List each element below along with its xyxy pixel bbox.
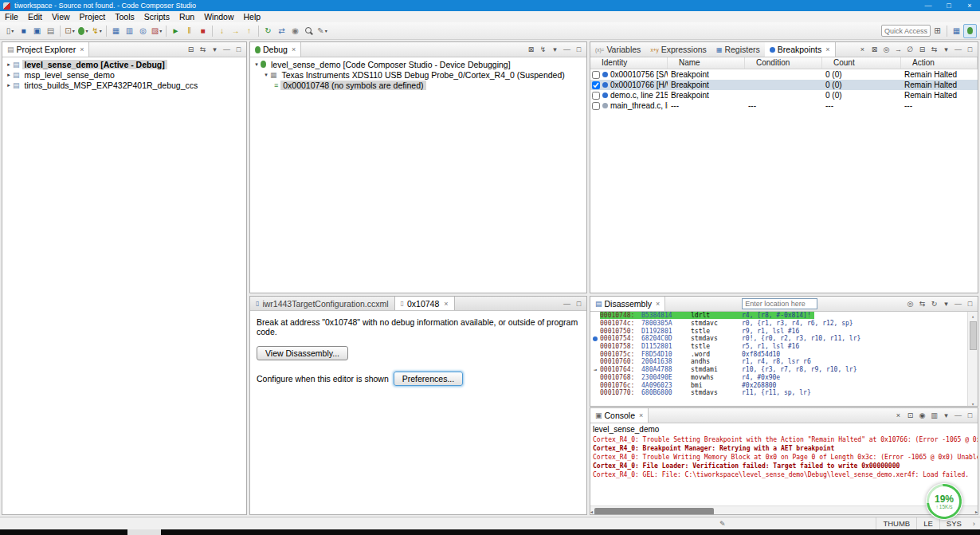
close-icon[interactable]: × <box>292 45 296 53</box>
taskbar-app-segment[interactable] <box>127 529 161 535</box>
project-item-msp-level-sense-demo[interactable]: ▸ ▤ msp_level_sense_demo <box>2 69 246 80</box>
step-over-icon[interactable]: → <box>229 24 242 38</box>
suspend-icon[interactable]: ‖ <box>182 24 196 38</box>
maximize-view-icon[interactable]: □ <box>573 298 585 309</box>
link-icon[interactable]: ⇆ <box>928 44 940 55</box>
tab-console[interactable]: ▣ Console × <box>590 408 649 423</box>
edit-perspective-icon[interactable]: ▦ <box>950 24 963 38</box>
menu-run[interactable]: Run <box>174 11 199 22</box>
resume-icon[interactable]: ► <box>169 24 182 38</box>
project-item-tirtos-builds[interactable]: ▸ ▤ tirtos_builds_MSP_EXP432P401R_debug_… <box>2 80 246 90</box>
debug-icon[interactable]: ▾ <box>76 24 90 38</box>
close-button[interactable]: × <box>959 0 980 11</box>
close-icon[interactable]: × <box>656 300 660 308</box>
debug-node-core[interactable]: ▾ ▦ Texas Instruments XDS110 USB Debug P… <box>250 69 586 80</box>
console-menu-icon[interactable]: ▾ <box>940 410 952 421</box>
column-identity[interactable]: Identity <box>590 57 668 69</box>
flash-icon[interactable]: ↯▾ <box>90 24 104 38</box>
step-into-icon[interactable]: ↓ <box>215 24 229 38</box>
location-input[interactable] <box>742 298 817 309</box>
quick-access-input[interactable] <box>881 25 931 37</box>
minimize-view-icon[interactable]: — <box>221 44 233 55</box>
view-menu-icon[interactable]: ▾ <box>940 44 952 55</box>
disassembly-line[interactable]: 00010770: 680B6800 stmdavs r11, {r11, sp… <box>590 389 978 397</box>
disassembly-line[interactable]: 0001075c: F8D54D10 .word 0xf8d54d10 <box>590 350 978 358</box>
menu-edit[interactable]: Edit <box>23 11 47 22</box>
tab-breakpoints[interactable]: Breakpoints × <box>765 42 836 57</box>
minimize-view-icon[interactable]: — <box>561 44 573 55</box>
breakpoint-row[interactable]: 0x00010766 [H/W Breakpoint 0 (0) Remain … <box>590 80 978 90</box>
maximize-view-icon[interactable]: □ <box>964 44 976 55</box>
debug-node-frame[interactable]: ≡ 0x00010748 (no symbols are defined) <box>250 80 586 90</box>
tab-registers[interactable]: ▦ Registers <box>711 42 765 57</box>
disassembly-line[interactable]: 0001074c: 7800305A stmdavc r0, {r1, r3, … <box>590 320 978 328</box>
scrollbar-thumb[interactable] <box>594 508 714 515</box>
breakpoint-row[interactable]: 0x00010756 [S/W Breakpoint 0 (0) Remain … <box>590 69 978 80</box>
chevron-down-icon[interactable]: ▾ <box>262 72 270 78</box>
link-debug-context-icon[interactable]: ⇆ <box>916 298 928 309</box>
scroll-up-icon[interactable]: ▴ <box>971 312 974 320</box>
column-count[interactable]: Count <box>822 57 901 69</box>
pin-icon[interactable]: ◉ <box>288 24 302 38</box>
project-item-level-sense-demo[interactable]: ▸ ▤ level_sense_demo [Active - Debug] <box>2 59 246 69</box>
tab-disassembly[interactable]: ▤ Disassembly × <box>590 297 665 311</box>
goto-breakpoint-icon[interactable]: → <box>892 44 904 55</box>
disassembly-line[interactable]: 00010754: 68204C0D stmdavs r0!, {r0, r2,… <box>590 335 978 343</box>
remove-breakpoint-icon[interactable]: × <box>857 44 868 55</box>
step-return-icon[interactable]: ↑ <box>242 24 256 38</box>
build-icon[interactable]: ⊡▾ <box>63 24 76 38</box>
editor-tab-target-configuration[interactable]: ▯ iwr1443TargetConfiguration.ccxml <box>250 297 394 310</box>
show-breakpoints-icon[interactable]: ◎ <box>880 44 892 55</box>
breakpoint-row[interactable]: demo.c, line 215 Breakpoint 0 (0) Remain… <box>590 90 978 100</box>
grid-view-icon[interactable]: ▦ <box>109 24 123 38</box>
skip-all-breakpoints-icon[interactable]: ∅ <box>904 44 916 55</box>
console-h-scrollbar[interactable]: ◂ ▸ <box>590 505 978 515</box>
scroll-right-icon[interactable]: ▸ <box>975 507 978 515</box>
refresh-icon[interactable]: ⇄ <box>275 24 288 38</box>
status-overflow-icon[interactable]: › <box>968 519 980 528</box>
maximize-view-icon[interactable]: □ <box>233 44 245 55</box>
console-output[interactable]: level_sense_demo Cortex_R4_0: Trouble Se… <box>590 423 978 515</box>
breakpoint-enabled-checkbox[interactable] <box>592 71 600 79</box>
show-pc-icon[interactable]: ◎ <box>904 298 916 309</box>
breakpoint-enabled-checkbox[interactable] <box>592 102 600 110</box>
display-console-icon[interactable]: ▥ <box>928 410 940 421</box>
minimize-view-icon[interactable]: — <box>952 44 964 55</box>
disassembly-line[interactable]: → 00010764: 480A4788 stmdami r10, {r3, r… <box>590 366 978 374</box>
maximize-button[interactable]: □ <box>939 0 959 11</box>
chevron-right-icon[interactable]: ▸ <box>5 82 13 89</box>
collapse-all-icon[interactable]: ⊟ <box>916 44 928 55</box>
search-icon[interactable] <box>302 24 316 38</box>
editor-tab-0x10748[interactable]: ▯ 0x10748 × <box>394 297 455 310</box>
column-name[interactable]: Name <box>668 57 745 69</box>
clear-console-icon[interactable]: × <box>892 410 904 421</box>
print-icon[interactable]: ▤ <box>44 24 57 38</box>
collapse-all-icon[interactable]: ⊟ <box>185 44 197 55</box>
maximize-view-icon[interactable]: □ <box>964 298 976 309</box>
chart-icon[interactable]: ▨▾ <box>150 24 163 38</box>
menu-tools[interactable]: Tools <box>110 11 139 22</box>
view-menu-icon[interactable]: ▾ <box>940 298 952 309</box>
disassembly-line[interactable]: 0001076c: 4A096023 bmi #0x268800 <box>590 381 978 389</box>
breakpoint-enabled-checkbox[interactable] <box>592 81 600 89</box>
disassembly-line[interactable]: 00010748: B5384814 ldrlt r4, [r8, #-0x81… <box>590 312 978 320</box>
windows-taskbar-strip[interactable] <box>0 529 980 535</box>
debug-perspective-icon[interactable] <box>963 24 977 38</box>
minimize-button[interactable]: — <box>918 0 939 11</box>
minimize-view-icon[interactable]: — <box>561 298 573 309</box>
scroll-lock-icon[interactable]: ⊡ <box>904 410 916 421</box>
disassembly-line[interactable]: 00010750: D1192801 tstle r9, r1, lsl #16 <box>590 327 978 335</box>
scroll-left-icon[interactable]: ◂ <box>590 507 593 515</box>
menu-view[interactable]: View <box>47 11 75 22</box>
view-menu-icon[interactable]: ▾ <box>549 44 561 55</box>
close-icon[interactable]: × <box>825 45 829 53</box>
view-menu-icon[interactable]: ▾ <box>209 44 221 55</box>
menu-file[interactable]: File <box>0 11 23 22</box>
menu-help[interactable]: Help <box>239 11 266 22</box>
disassembly-line[interactable]: 00010768: 2300490E movwhs r4, #0x90e <box>590 374 978 382</box>
column-action[interactable]: Action <box>901 57 978 69</box>
close-icon[interactable]: × <box>80 45 84 53</box>
scroll-down-icon[interactable]: ▾ <box>971 399 974 407</box>
open-perspective-icon[interactable]: ⊞ <box>931 24 944 38</box>
annotate-icon[interactable]: ✎▾ <box>316 24 329 38</box>
